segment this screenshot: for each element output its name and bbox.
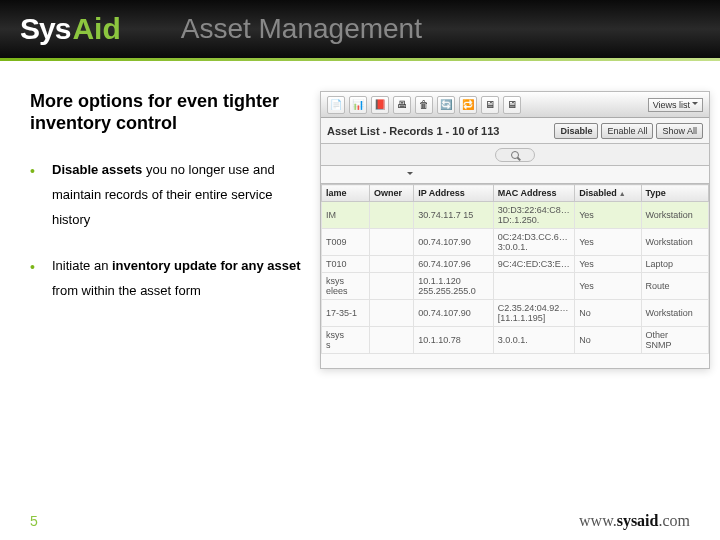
bullet-disable-assets: Disable assets you no longer use and mai…	[30, 158, 310, 232]
cell-mac	[493, 273, 574, 300]
cell-mac: 0C:24:D3.CC.63.72 3:0.0.1.	[493, 229, 574, 256]
cell-name: ksys elees	[322, 273, 370, 300]
cell-owner	[369, 229, 413, 256]
col-mac[interactable]: MAC Address	[493, 185, 574, 202]
bullet1-strong: Disable assets	[52, 162, 142, 177]
url-brand: sysaid	[617, 512, 659, 529]
cell-owner	[369, 256, 413, 273]
cell-name: IM	[322, 202, 370, 229]
cell-owner	[369, 202, 413, 229]
cell-type: Workstation	[641, 202, 708, 229]
cell-ip: 10.1.10.78	[414, 327, 494, 354]
cell-disabled: Yes	[575, 229, 641, 256]
cell-name: 17-35-1	[322, 300, 370, 327]
col-disabled[interactable]: Disabled▲	[575, 185, 641, 202]
col-owner-label: Owner	[374, 188, 402, 198]
cell-owner	[369, 300, 413, 327]
url-com: .com	[658, 512, 690, 529]
logo: Sys Aid	[20, 12, 121, 46]
cell-disabled: No	[575, 300, 641, 327]
cell-type: Workstation	[641, 300, 708, 327]
cell-ip: 30.74.11.7 15	[414, 202, 494, 229]
footer: 5 www.sysaid.com	[0, 512, 720, 530]
category-bar	[321, 166, 709, 184]
bullet2-strong1: inventory update	[112, 258, 217, 273]
table-row[interactable]: ksys s10.1.10.783.0.0.1.NoOther SNMP	[322, 327, 709, 354]
bullet-inventory-update: Initiate an inventory update for any ass…	[30, 254, 310, 303]
text-column: More options for even tighter inventory …	[30, 91, 310, 369]
col-ip[interactable]: IP Address	[414, 185, 494, 202]
cell-mac: 30:D3:22:64:C8:9D 1D:.1.250.	[493, 202, 574, 229]
views-list-label: Views list	[653, 100, 690, 110]
cell-name: T010	[322, 256, 370, 273]
asset-icon[interactable]: 🖥	[481, 96, 499, 114]
col-disabled-label: Disabled	[579, 188, 617, 198]
url-www: www.	[579, 512, 617, 529]
cell-name: ksys s	[322, 327, 370, 354]
cell-disabled: Yes	[575, 256, 641, 273]
logo-aid-text: Aid	[72, 12, 120, 46]
table-body: IM30.74.11.7 1530:D3:22:64:C8:9D 1D:.1.2…	[322, 202, 709, 354]
sync-icon[interactable]: 🔁	[459, 96, 477, 114]
cell-owner	[369, 273, 413, 300]
print-icon[interactable]: 🖶	[393, 96, 411, 114]
table-row[interactable]: ksys elees10.1.1.120 255.255.255.0YesRou…	[322, 273, 709, 300]
asset-screenshot: 📄 📊 📕 🖶 🗑 🔄 🔁 🖥 🖥 Views list Asset List …	[320, 91, 710, 369]
excel-icon[interactable]: 📊	[349, 96, 367, 114]
asset2-icon[interactable]: 🖥	[503, 96, 521, 114]
cell-name: T009	[322, 229, 370, 256]
chevron-down-icon	[692, 102, 698, 108]
table-row[interactable]: T01060.74.107.969C:4C:ED:C3:EA:06YesLapt…	[322, 256, 709, 273]
page-title: Asset Management	[181, 13, 422, 45]
cell-ip: 00.74.107.90	[414, 229, 494, 256]
cell-disabled: No	[575, 327, 641, 354]
delete-icon[interactable]: 🗑	[415, 96, 433, 114]
refresh-icon[interactable]: 🔄	[437, 96, 455, 114]
header-bar: Sys Aid Asset Management	[0, 0, 720, 58]
cell-mac: 9C:4C:ED:C3:EA:06	[493, 256, 574, 273]
filter-bar	[321, 144, 709, 166]
records-label: Asset List - Records 1 - 10 of 113	[327, 125, 499, 137]
cell-mac: 3.0.0.1.	[493, 327, 574, 354]
table-row[interactable]: T00900.74.107.900C:24:D3.CC.63.72 3:0.0.…	[322, 229, 709, 256]
disable-button[interactable]: Disable	[554, 123, 598, 139]
col-name[interactable]: lame	[322, 185, 370, 202]
asset-table: lame Owner IP Address MAC Address Disabl…	[321, 184, 709, 354]
bullet2-strong2: for any asset	[220, 258, 300, 273]
screenshot-toolbar: 📄 📊 📕 🖶 🗑 🔄 🔁 🖥 🖥 Views list	[321, 92, 709, 118]
cell-ip: 10.1.1.120 255.255.255.0	[414, 273, 494, 300]
search-icon	[511, 151, 519, 159]
sort-asc-icon: ▲	[619, 190, 626, 197]
search-input[interactable]	[495, 148, 535, 162]
col-type-label: Type	[646, 188, 666, 198]
bullet2-rest: from within the asset form	[52, 283, 201, 298]
col-ip-label: IP Address	[418, 188, 465, 198]
cell-owner	[369, 327, 413, 354]
records-bar: Asset List - Records 1 - 10 of 113 Disab…	[321, 118, 709, 144]
views-list-button[interactable]: Views list	[648, 98, 703, 112]
logo-sys-text: Sys	[20, 12, 70, 46]
col-name-label: lame	[326, 188, 347, 198]
pdf-icon[interactable]: 📕	[371, 96, 389, 114]
cell-type: Other SNMP	[641, 327, 708, 354]
cell-type: Laptop	[641, 256, 708, 273]
col-mac-label: MAC Address	[498, 188, 557, 198]
footer-url: www.sysaid.com	[579, 512, 690, 530]
show-all-button[interactable]: Show All	[656, 123, 703, 139]
cell-type: Route	[641, 273, 708, 300]
col-type[interactable]: Type	[641, 185, 708, 202]
table-row[interactable]: IM30.74.11.7 1530:D3:22:64:C8:9D 1D:.1.2…	[322, 202, 709, 229]
cell-type: Workstation	[641, 229, 708, 256]
subtitle: More options for even tighter inventory …	[30, 91, 310, 134]
chevron-down-icon[interactable]	[407, 172, 413, 178]
cell-disabled: Yes	[575, 273, 641, 300]
export-icon[interactable]: 📄	[327, 96, 345, 114]
cell-ip: 00.74.107.90	[414, 300, 494, 327]
cell-disabled: Yes	[575, 202, 641, 229]
table-header-row: lame Owner IP Address MAC Address Disabl…	[322, 185, 709, 202]
page-number: 5	[30, 513, 38, 529]
table-row[interactable]: 17-35-100.74.107.90C2.35.24:04.92.D2 [11…	[322, 300, 709, 327]
bullet2-pre: Initiate an	[52, 258, 112, 273]
col-owner[interactable]: Owner	[369, 185, 413, 202]
enable-all-button[interactable]: Enable All	[601, 123, 653, 139]
